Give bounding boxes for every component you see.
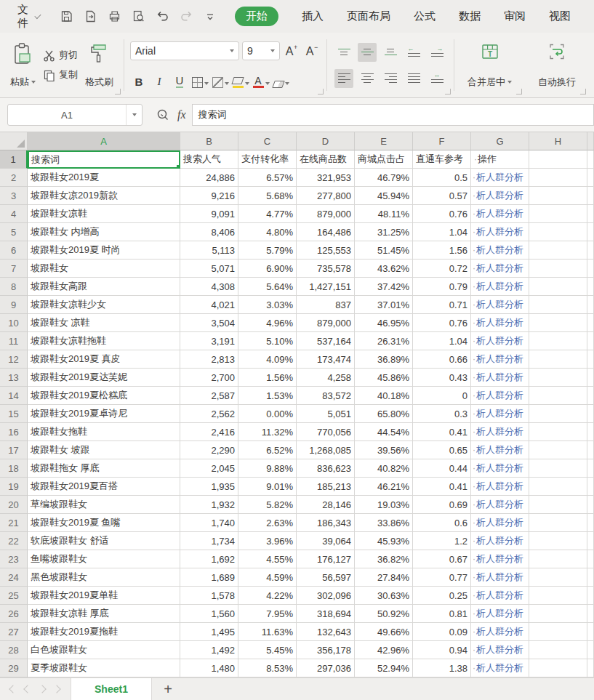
increase-indent-button[interactable]: → [428, 43, 446, 62]
link-label[interactable]: 析人群分析 [476, 207, 523, 220]
column-header-G[interactable]: G [471, 132, 529, 150]
cell-value[interactable]: 43.62% [355, 260, 413, 278]
cell-value[interactable]: 318,694 [297, 605, 355, 623]
cell-empty[interactable] [529, 241, 587, 260]
name-box[interactable]: A1 [7, 104, 143, 126]
cell-value[interactable]: 1.04 [413, 223, 471, 241]
cell-value[interactable]: 4,021 [180, 296, 238, 314]
cell-clipped[interactable] [587, 514, 594, 532]
bold-button[interactable]: B [130, 72, 148, 89]
merge-center-button[interactable]: T 合并居中 [460, 40, 519, 91]
cell-value[interactable]: 879,000 [297, 205, 355, 223]
cell-value[interactable]: 36.82% [355, 550, 413, 568]
fill-color-button[interactable] [232, 72, 249, 89]
cell-value[interactable]: 3,191 [180, 332, 238, 350]
borders-button[interactable] [191, 72, 209, 89]
cell-empty[interactable] [529, 550, 587, 568]
link-label[interactable]: 析人群分析 [476, 316, 523, 329]
link-label[interactable]: 析人群分析 [476, 298, 523, 311]
cell-value[interactable]: 0.79 [413, 278, 471, 296]
cell-clipped[interactable] [587, 459, 594, 478]
font-name-select[interactable]: Arial [130, 41, 239, 60]
cell-value[interactable]: 5.45% [238, 641, 297, 659]
row-header-11[interactable]: 11 [0, 332, 28, 350]
crowd-analysis-link[interactable]: ·析人群分析 [471, 659, 529, 677]
cell-value[interactable]: 9,091 [180, 205, 238, 223]
cell-keyword[interactable]: 坡跟鞋女拖鞋 [28, 423, 180, 441]
cell-value[interactable]: 0.5 [413, 169, 471, 187]
cell-clipped[interactable] [587, 423, 594, 441]
row-header-25[interactable]: 25 [0, 587, 28, 605]
cell-value[interactable]: 0.71 [413, 296, 471, 314]
cell-value[interactable]: 6.52% [238, 441, 297, 459]
cell-keyword[interactable]: 坡跟鞋女 内增高 [28, 223, 180, 241]
row-header-16[interactable]: 16 [0, 423, 28, 441]
crowd-analysis-link[interactable]: ·析人群分析 [471, 514, 529, 532]
ribbon-tab-3[interactable]: 页面布局 [347, 9, 390, 23]
header-cell[interactable]: 搜索人气 [180, 150, 238, 169]
cell-clipped[interactable] [587, 260, 594, 278]
cell-value[interactable]: 185,213 [297, 478, 355, 496]
cell-value[interactable]: 5,113 [180, 241, 238, 260]
justify-button[interactable] [404, 69, 423, 88]
cell-value[interactable]: 33.86% [355, 514, 413, 532]
link-label[interactable]: 析人群分析 [476, 571, 523, 584]
row-header-14[interactable]: 14 [0, 387, 28, 405]
cell-value[interactable]: 0.41 [413, 423, 471, 441]
cell-value[interactable]: 0.69 [413, 496, 471, 514]
row-header-4[interactable]: 4 [0, 205, 28, 223]
cell-value[interactable]: 1,932 [180, 496, 238, 514]
cell-empty[interactable] [529, 514, 587, 532]
cell-value[interactable]: 8,406 [180, 223, 238, 241]
cell-value[interactable]: 44.54% [355, 423, 413, 441]
link-label[interactable]: 析人群分析 [476, 171, 523, 184]
cell-value[interactable]: 0.65 [413, 441, 471, 459]
cell-keyword[interactable]: 坡跟鞋拖女 厚底 [28, 459, 180, 478]
formula-input[interactable]: 搜索词 [192, 104, 594, 126]
cell-value[interactable]: 37.42% [355, 278, 413, 296]
crowd-analysis-link[interactable]: ·析人群分析 [471, 223, 529, 241]
row-header-22[interactable]: 22 [0, 532, 28, 550]
cell-value[interactable]: 49.66% [355, 623, 413, 641]
align-middle-button[interactable] [358, 43, 377, 62]
link-label[interactable]: 析人群分析 [476, 589, 523, 602]
cell-value[interactable]: 1,935 [180, 478, 238, 496]
cell-value[interactable]: 4.09% [238, 350, 297, 369]
crowd-analysis-link[interactable]: ·析人群分析 [471, 387, 529, 405]
cell-empty[interactable] [529, 459, 587, 478]
print-button[interactable] [105, 8, 123, 25]
cell-value[interactable]: 3.03% [238, 296, 297, 314]
row-header-9[interactable]: 9 [0, 296, 28, 314]
cell-empty[interactable] [529, 260, 587, 278]
crowd-analysis-link[interactable]: ·析人群分析 [471, 260, 529, 278]
cell-value[interactable]: 9.01% [238, 478, 297, 496]
cell-clipped[interactable] [587, 623, 594, 641]
cell-value[interactable]: 0.44 [413, 459, 471, 478]
cell-value[interactable]: 5,071 [180, 260, 238, 278]
cell-value[interactable]: 0.09 [413, 623, 471, 641]
cell-clipped[interactable] [587, 496, 594, 514]
distribute-button[interactable]: ↔ [428, 69, 446, 88]
cell-clipped[interactable] [587, 314, 594, 332]
cell-keyword[interactable]: 坡跟鞋女2019夏达芙妮 [28, 369, 180, 387]
cell-empty[interactable] [529, 423, 587, 441]
cell-keyword[interactable]: 坡跟鞋女2019夏卓诗尼 [28, 405, 180, 423]
cell-value[interactable]: 39,064 [297, 532, 355, 550]
row-header-13[interactable]: 13 [0, 369, 28, 387]
link-label[interactable]: 析人群分析 [476, 334, 523, 347]
undo-button[interactable] [153, 8, 171, 25]
cell-clipped[interactable] [587, 568, 594, 587]
cell-keyword[interactable]: 坡跟鞋女凉鞋 厚底 [28, 605, 180, 623]
cell-value[interactable]: 26.31% [355, 332, 413, 350]
align-left-button[interactable] [334, 69, 353, 88]
cell-keyword[interactable]: 坡跟鞋女 [28, 260, 180, 278]
cell-clipped[interactable] [587, 223, 594, 241]
cell-value[interactable]: 0.6 [413, 514, 471, 532]
cell-value[interactable]: 4.80% [238, 223, 297, 241]
cell-clipped[interactable] [587, 296, 594, 314]
cell-value[interactable]: 879,000 [297, 314, 355, 332]
cell-empty[interactable] [529, 387, 587, 405]
add-sheet-button[interactable]: + [151, 678, 185, 700]
cell-clipped[interactable] [587, 587, 594, 605]
cell-value[interactable]: 5.82% [238, 496, 297, 514]
